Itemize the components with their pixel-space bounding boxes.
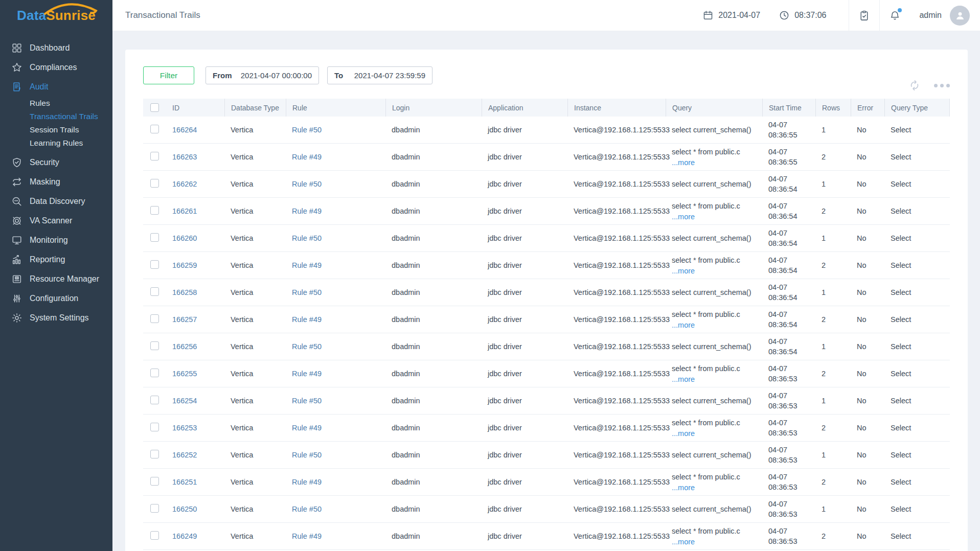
sidebar-item-compliances[interactable]: Compliances <box>0 58 112 77</box>
row-rule-link[interactable]: Rule #50 <box>292 288 322 296</box>
column-header-application[interactable]: Application <box>482 99 567 117</box>
refresh-button[interactable] <box>908 79 921 92</box>
row-rule-link[interactable]: Rule #50 <box>292 126 322 134</box>
row-query-text: select current_schema() <box>672 504 758 514</box>
tasks-button[interactable] <box>849 0 879 31</box>
row-rule-link[interactable]: Rule #49 <box>292 478 322 486</box>
row-checkbox[interactable] <box>150 179 159 188</box>
avatar[interactable] <box>950 6 970 26</box>
row-rule-link[interactable]: Rule #50 <box>292 451 322 459</box>
column-header-rows[interactable]: Rows <box>815 99 851 117</box>
sidebar-item-configuration[interactable]: Configuration <box>0 289 112 308</box>
sidebar-item-va-scanner[interactable]: VA Scanner <box>0 211 112 231</box>
row-more-link[interactable]: ...more <box>672 158 695 167</box>
column-header-query-type[interactable]: Query Type <box>884 99 950 117</box>
row-id-link[interactable]: 166256 <box>172 342 197 351</box>
sidebar-item-resource-manager[interactable]: Resource Manager <box>0 269 112 289</box>
row-checkbox[interactable] <box>150 423 159 431</box>
sidebar-item-security[interactable]: Security <box>0 153 112 172</box>
row-more-link[interactable]: ...more <box>672 484 695 492</box>
more-actions-button[interactable] <box>930 81 951 90</box>
row-id-link[interactable]: 166250 <box>172 505 197 513</box>
row-id-link[interactable]: 166257 <box>172 315 197 324</box>
row-rule-link[interactable]: Rule #49 <box>292 261 322 269</box>
row-more-link[interactable]: ...more <box>672 267 695 275</box>
row-id-link[interactable]: 166255 <box>172 370 197 378</box>
row-rule-link[interactable]: Rule #50 <box>292 397 322 405</box>
row-checkbox[interactable] <box>150 504 159 513</box>
row-checkbox[interactable] <box>150 206 159 215</box>
sidebar-item-transactional-trails[interactable]: Transactional Trails <box>0 110 112 123</box>
row-id-link[interactable]: 166263 <box>172 153 197 161</box>
sidebar-item-audit[interactable]: Audit <box>0 77 112 97</box>
column-header-login[interactable]: Login <box>385 99 482 117</box>
sidebar-item-monitoring[interactable]: Monitoring <box>0 231 112 250</box>
row-more-link[interactable]: ...more <box>672 213 695 221</box>
column-header-error[interactable]: Error <box>851 99 884 117</box>
row-id-link[interactable]: 166258 <box>172 288 197 296</box>
sidebar-item-reporting[interactable]: Reporting <box>0 250 112 269</box>
row-id-link[interactable]: 166264 <box>172 126 197 134</box>
row-checkbox[interactable] <box>150 233 159 242</box>
row-checkbox[interactable] <box>150 341 159 350</box>
column-header-start-time[interactable]: Start Time <box>762 99 815 117</box>
row-id-link[interactable]: 166253 <box>172 424 197 432</box>
filter-button[interactable]: Filter <box>143 66 194 84</box>
brand-logo[interactable]: DataSunrise <box>0 0 112 31</box>
row-checkbox[interactable] <box>150 477 159 486</box>
row-checkbox[interactable] <box>150 260 159 269</box>
column-header-instance[interactable]: Instance <box>567 99 666 117</box>
column-header-database-type[interactable]: Database Type <box>224 99 286 117</box>
row-checkbox[interactable] <box>150 450 159 458</box>
row-id-link[interactable]: 166254 <box>172 397 197 405</box>
row-rule-link[interactable]: Rule #49 <box>292 207 322 215</box>
row-id-link[interactable]: 166259 <box>172 261 197 269</box>
select-all-checkbox[interactable] <box>150 103 159 112</box>
row-error: No <box>851 234 884 242</box>
row-checkbox[interactable] <box>150 287 159 296</box>
row-application: jdbc driver <box>482 261 567 269</box>
sidebar-item-masking[interactable]: Masking <box>0 172 112 192</box>
column-header-query[interactable]: Query <box>666 99 762 117</box>
row-rule-link[interactable]: Rule #50 <box>292 234 322 242</box>
to-datetime-field[interactable]: To 2021-04-07 23:59:59 <box>327 66 432 84</box>
row-id-link[interactable]: 166261 <box>172 207 197 215</box>
row-id-link[interactable]: 166251 <box>172 478 197 486</box>
row-id-link[interactable]: 166252 <box>172 451 197 459</box>
column-header-id[interactable]: ID <box>166 99 224 117</box>
row-more-link[interactable]: ...more <box>672 321 695 329</box>
row-rule-link[interactable]: Rule #49 <box>292 315 322 324</box>
row-checkbox[interactable] <box>150 531 159 540</box>
row-checkbox[interactable] <box>150 396 159 404</box>
row-rule-link[interactable]: Rule #49 <box>292 370 322 378</box>
row-checkbox[interactable] <box>150 125 159 133</box>
sidebar-item-dashboard[interactable]: Dashboard <box>0 38 112 58</box>
row-rule-link[interactable]: Rule #49 <box>292 532 322 540</box>
sidebar-item-learning-rules[interactable]: Learning Rules <box>0 136 112 150</box>
sidebar-item-data-discovery[interactable]: Data Discovery <box>0 192 112 211</box>
row-more-link[interactable]: ...more <box>672 538 695 546</box>
row-id-link[interactable]: 166260 <box>172 234 197 242</box>
row-id-link[interactable]: 166249 <box>172 532 197 540</box>
row-rule-link[interactable]: Rule #49 <box>292 424 322 432</box>
row-checkbox[interactable] <box>150 314 159 323</box>
sidebar-item-label: Transactional Trails <box>30 112 98 121</box>
sidebar-item-session-trails[interactable]: Session Trails <box>0 123 112 136</box>
row-checkbox[interactable] <box>150 152 159 160</box>
from-datetime-field[interactable]: From 2021-04-07 00:00:00 <box>206 66 319 84</box>
row-id-link[interactable]: 166262 <box>172 180 197 188</box>
column-header-rule[interactable]: Rule <box>286 99 385 117</box>
to-label: To <box>334 71 343 80</box>
row-rule-link[interactable]: Rule #50 <box>292 505 322 513</box>
user-menu[interactable]: admin <box>919 6 970 26</box>
row-more-link[interactable]: ...more <box>672 375 695 383</box>
row-rule-link[interactable]: Rule #49 <box>292 153 322 161</box>
row-checkbox[interactable] <box>150 369 159 377</box>
notifications-button[interactable] <box>880 0 910 31</box>
sidebar-item-system-settings[interactable]: System Settings <box>0 308 112 328</box>
row-rule-link[interactable]: Rule #50 <box>292 342 322 351</box>
row-rule-link[interactable]: Rule #50 <box>292 180 322 188</box>
sidebar-item-rules[interactable]: Rules <box>0 97 112 110</box>
row-more-link[interactable]: ...more <box>672 429 695 438</box>
row-query-text: select current_schema() <box>672 179 758 189</box>
